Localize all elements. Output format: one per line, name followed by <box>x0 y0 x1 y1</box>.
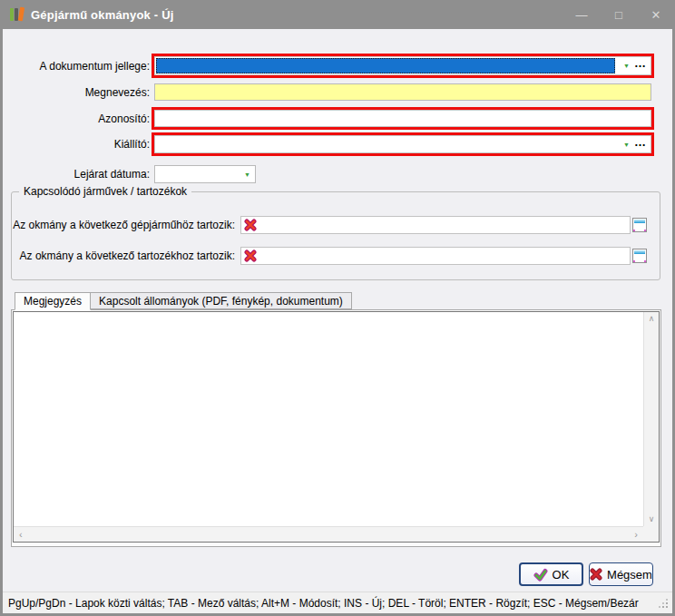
vehicle-link-field[interactable] <box>240 216 631 234</box>
ok-button[interactable]: OK <box>519 562 583 586</box>
issuer-lookup-button[interactable]: … <box>634 136 647 148</box>
titlebar: Gépjármű okmányok - Új — □ ✕ <box>0 0 675 29</box>
close-icon[interactable]: ✕ <box>650 9 662 21</box>
window-picker-icon <box>632 218 647 232</box>
ok-button-label: OK <box>553 568 570 582</box>
document-type-selected-value[interactable] <box>156 58 615 73</box>
window-border-left <box>0 29 3 616</box>
vehicle-picker-button[interactable] <box>631 217 648 233</box>
statusbar: PgUp/PgDn - Lapok közti váltás; TAB - Me… <box>0 592 675 613</box>
expiry-date-combobox[interactable]: ▼ <box>154 165 256 183</box>
name-input[interactable] <box>154 83 651 101</box>
dropdown-arrow-icon[interactable]: ▼ <box>623 63 630 69</box>
tab-notes[interactable]: Megjegyzés <box>15 292 91 310</box>
name-label: Megnevezés: <box>0 83 150 101</box>
minimize-icon[interactable]: — <box>575 9 588 21</box>
vehicle-link-label: Az okmány a következő gépjárműhöz tartoz… <box>12 216 235 234</box>
related-vehicles-groupbox: Kapcsolódó járművek / tartozékok Az okmá… <box>11 191 660 280</box>
scroll-down-icon[interactable]: ∨ <box>649 515 655 523</box>
identifier-value[interactable] <box>155 111 651 126</box>
maximize-icon[interactable]: □ <box>612 9 625 21</box>
window-picker-icon <box>632 249 647 263</box>
document-type-combobox[interactable]: ▼ … <box>152 54 654 78</box>
dropdown-arrow-icon[interactable]: ▼ <box>623 142 630 148</box>
app-icon <box>9 6 27 23</box>
document-type-label: A dokumentum jellege: <box>0 54 150 78</box>
document-type-lookup-button[interactable]: … <box>634 57 647 69</box>
cancel-x-icon <box>590 568 602 581</box>
check-icon <box>533 568 548 582</box>
tab-attachments[interactable]: Kapcsolt állományok (PDF, fénykép, dokum… <box>91 292 352 309</box>
cancel-button[interactable]: Mégsem <box>589 562 653 586</box>
expiry-date-label: Lejárat dátuma: <box>0 165 150 183</box>
notes-memo: ∧ ∨ ‹ › <box>13 311 660 543</box>
tab-page-notes: ∧ ∨ ‹ › <box>11 309 661 547</box>
issuer-value[interactable] <box>155 136 616 152</box>
issuer-combobox[interactable]: ▼ … <box>152 132 654 156</box>
dialog-window: Gépjármű okmányok - Új — □ ✕ A dokumentu… <box>0 0 675 616</box>
accessory-link-label: Az okmány a következő tartozékhoz tartoz… <box>12 247 235 265</box>
clear-x-icon[interactable] <box>244 249 257 262</box>
scroll-up-icon[interactable]: ∧ <box>649 315 655 323</box>
cancel-button-label: Mégsem <box>607 568 652 582</box>
identifier-label: Azonosító: <box>0 107 150 130</box>
notes-textarea[interactable] <box>14 312 643 526</box>
issuer-label: Kiállító: <box>0 132 150 156</box>
tab-strip: Megjegyzés Kapcsolt állományok (PDF, fén… <box>15 292 352 309</box>
groupbox-title: Kapcsolódó járművek / tartozékok <box>19 185 191 198</box>
dropdown-arrow-icon[interactable]: ▼ <box>244 171 250 178</box>
horizontal-scrollbar[interactable]: ‹ › <box>14 526 643 542</box>
resize-grip-icon[interactable] <box>666 606 668 608</box>
accessory-link-field[interactable] <box>240 247 631 265</box>
scroll-left-icon[interactable]: ‹ <box>19 530 23 540</box>
accessory-picker-button[interactable] <box>631 248 648 264</box>
vertical-scrollbar[interactable]: ∧ ∨ <box>643 312 659 526</box>
statusbar-hint-text: PgUp/PgDn - Lapok közti váltás; TAB - Me… <box>8 597 639 610</box>
window-title: Gépjármű okmányok - Új <box>31 0 174 29</box>
clear-x-icon[interactable] <box>244 219 257 231</box>
scroll-right-icon[interactable]: › <box>634 530 638 540</box>
identifier-input[interactable] <box>152 107 654 130</box>
scrollbar-corner <box>643 526 659 542</box>
